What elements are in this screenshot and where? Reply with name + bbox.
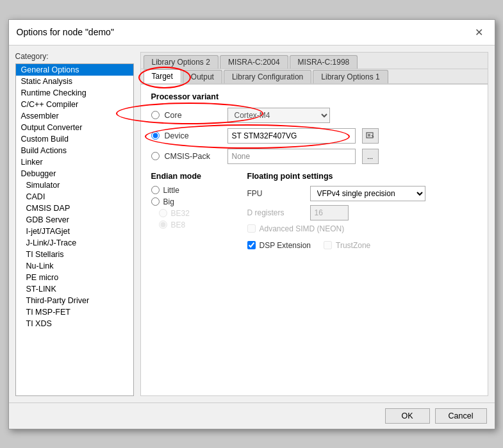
ok-button[interactable]: OK (385, 408, 430, 424)
sidebar-item-static-analysis[interactable]: Static Analysis (16, 76, 133, 87)
cancel-button[interactable]: Cancel (435, 408, 487, 424)
tab-target[interactable]: Target (144, 69, 181, 83)
browse-icon (366, 131, 375, 140)
core-select[interactable]: Cortex-M4 (227, 108, 330, 123)
device-browse-button[interactable] (362, 128, 379, 144)
endian-group: Endian mode Little Big (151, 172, 235, 250)
endian-be32-row: BE32 (151, 209, 235, 218)
little-radio[interactable] (151, 186, 160, 194)
cmsis-pack-row: CMSIS-Pack ... (151, 149, 477, 164)
sidebar-list: General OptionsStatic AnalysisRuntime Ch… (15, 63, 134, 396)
endian-options: Little Big BE32 (151, 186, 235, 229)
sidebar-item-st-link[interactable]: ST-LINK (16, 283, 133, 295)
trustzone-checkbox[interactable] (324, 241, 332, 249)
dsp-extension-label: DSP Extension (260, 241, 311, 250)
sidebar-item-pe-micro[interactable]: PE micro (16, 272, 133, 283)
fpu-label: FPU (247, 189, 305, 198)
sidebar-item-gdb-server[interactable]: GDB Server (16, 214, 133, 226)
sidebar-item-i-jet[interactable]: I-jet/JTAGjet (16, 226, 133, 237)
big-label: Big (163, 197, 174, 206)
core-row: Core Cortex-M4 (151, 108, 477, 123)
sidebar-item-cmsis-dap[interactable]: CMSIS DAP (16, 203, 133, 214)
core-label: Core (165, 111, 222, 120)
sidebar-item-debugger[interactable]: Debugger (16, 168, 133, 179)
cmsis-pack-label: CMSIS-Pack (165, 152, 222, 161)
dialog-footer: OK Cancel (9, 402, 495, 429)
tab-lib-config[interactable]: Library Configuration (224, 70, 311, 83)
sidebar-item-build-actions[interactable]: Build Actions (16, 145, 133, 156)
category-label: Category: (15, 52, 134, 61)
endian-big-row: Big (151, 197, 235, 206)
sidebar-item-ti-stellaris[interactable]: TI Stellaris (16, 249, 133, 260)
dsp-extension-row: DSP Extension (247, 241, 311, 250)
little-label: Little (163, 186, 179, 195)
device-radio[interactable] (151, 131, 160, 140)
endian-be8-row: BE8 (151, 220, 235, 229)
d-registers-row: D registers (247, 205, 477, 220)
fpu-select[interactable]: VFPv4 single precision (310, 186, 425, 201)
fp-group: Floating point settings FPU VFPv4 single… (247, 172, 477, 250)
sidebar-item-third-party[interactable]: Third-Party Driver (16, 295, 133, 306)
be32-label: BE32 (171, 209, 190, 218)
advanced-simd-row: Advanced SIMD (NEON) (247, 224, 477, 233)
dsp-extension-checkbox[interactable] (247, 241, 256, 249)
sidebar-item-runtime-checking[interactable]: Runtime Checking (16, 87, 133, 99)
endian-title: Endian mode (151, 172, 235, 181)
sidebar-item-j-link[interactable]: J-Link/J-Trace (16, 237, 133, 249)
cmsis-pack-input[interactable] (227, 149, 356, 164)
cmsis-browse-button[interactable]: ... (362, 149, 379, 164)
dialog-body: Category: General OptionsStatic Analysis… (9, 46, 495, 402)
sidebar-item-assembler[interactable]: Assembler (16, 110, 133, 122)
be8-label: BE8 (171, 220, 186, 229)
fpu-row: FPU VFPv4 single precision (247, 186, 477, 201)
device-input[interactable] (227, 128, 356, 144)
svg-rect-1 (368, 134, 370, 137)
trustzone-label: TrustZone (336, 241, 370, 250)
tab-row-bottom: TargetOutputLibrary ConfigurationLibrary… (141, 69, 488, 85)
tab-misra-2004[interactable]: MISRA-C:2004 (220, 55, 288, 69)
content-area: Library Options 2MISRA-C:2004MISRA-C:199… (140, 52, 488, 396)
sidebar-item-cadi[interactable]: CADI (16, 191, 133, 203)
d-registers-label: D registers (247, 208, 305, 217)
fp-title: Floating point settings (247, 172, 477, 181)
processor-variant-title: Processor variant (151, 92, 477, 101)
core-radio[interactable] (151, 111, 160, 119)
be8-radio[interactable] (159, 220, 167, 229)
checkbox-row-bottom: DSP Extension TrustZone (247, 237, 477, 250)
endian-little-row: Little (151, 186, 235, 195)
sidebar-item-output-converter[interactable]: Output Converter (16, 122, 133, 133)
tab-output[interactable]: Output (183, 70, 222, 83)
sidebar-item-ti-msp-fet[interactable]: TI MSP-FET (16, 306, 133, 318)
bottom-section: Endian mode Little Big (151, 172, 477, 250)
sidebar-item-general-options[interactable]: General Options (16, 64, 133, 76)
tab-target-wrapper: Target (144, 69, 181, 83)
big-radio[interactable] (151, 197, 160, 206)
options-dialog: Options for node "demo" ✕ Category: Gene… (8, 19, 495, 429)
d-registers-input (310, 205, 349, 220)
tab-row-top: Library Options 2MISRA-C:2004MISRA-C:199… (141, 53, 488, 69)
tab-lib-options-1[interactable]: Library Options 1 (313, 70, 388, 83)
tab-misra-1998[interactable]: MISRA-C:1998 (290, 55, 358, 69)
sidebar-item-ti-xds[interactable]: TI XDS (16, 318, 133, 329)
sidebar-item-nu-link[interactable]: Nu-Link (16, 260, 133, 272)
close-button[interactable]: ✕ (471, 25, 487, 40)
title-bar: Options for node "demo" ✕ (9, 20, 495, 46)
dialog-title: Options for node "demo" (17, 27, 114, 37)
panel: Processor variant Core Cortex-M4 Device (141, 85, 488, 395)
sidebar: Category: General OptionsStatic Analysis… (15, 52, 134, 396)
device-label: Device (165, 131, 222, 140)
advanced-simd-checkbox[interactable] (247, 224, 256, 233)
be32-radio[interactable] (159, 209, 167, 217)
ellipsis-icon: ... (367, 153, 373, 160)
advanced-simd-label: Advanced SIMD (NEON) (260, 224, 345, 233)
device-row: Device (151, 128, 477, 144)
sidebar-item-linker[interactable]: Linker (16, 156, 133, 168)
sidebar-item-simulator[interactable]: Simulator (16, 179, 133, 191)
cmsis-radio[interactable] (151, 152, 160, 160)
trustzone-row: TrustZone (324, 241, 370, 250)
sidebar-item-cpp-compiler[interactable]: C/C++ Compiler (16, 99, 133, 110)
sidebar-item-custom-build[interactable]: Custom Build (16, 133, 133, 145)
tab-lib-options-2[interactable]: Library Options 2 (144, 55, 219, 69)
